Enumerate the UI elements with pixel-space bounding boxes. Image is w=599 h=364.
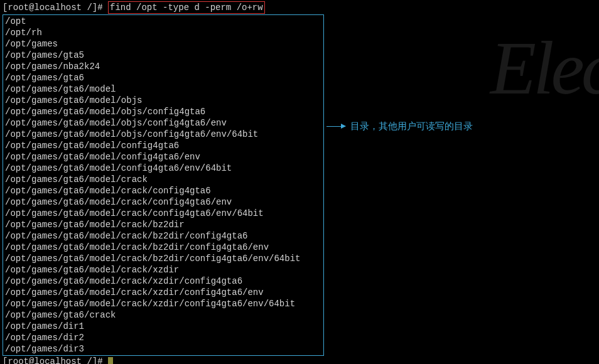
output-line: /opt/games/nba2k24 [5, 61, 321, 72]
terminal-window[interactable]: [root@localhost /]# find /opt -type d -p… [0, 0, 599, 364]
annotation-callout: 目录，其他用户可读写的目录 [326, 120, 473, 132]
shell-prompt: [root@localhost /]# [3, 356, 108, 364]
output-line: /opt/games/gta6/model/config4gta6/env [5, 151, 321, 163]
output-line: /opt/games/gta6/model/crack/bz2dir/confi… [5, 230, 321, 242]
prompt-line-2: [root@localhost /]# [3, 356, 596, 364]
terminal-cursor [108, 357, 113, 364]
output-line: /opt/games/gta6/model [5, 83, 321, 95]
output-line: /opt/games/gta6/crack [5, 309, 321, 321]
output-line: /opt/games/gta6/model/objs/config4gta6/e… [5, 129, 321, 140]
command-highlight-box: find /opt -type d -perm /o+rw [108, 1, 265, 14]
prompt-line-1: [root@localhost /]# find /opt -type d -p… [3, 1, 596, 14]
output-line: /opt/games/gta6/model/crack [5, 174, 321, 185]
output-line: /opt/games/dir1 [5, 321, 321, 332]
output-line: /opt/games/gta6/model/crack/xzdir [5, 264, 321, 276]
output-line: /opt/games/gta6/model/crack/xzdir/config… [5, 276, 321, 287]
output-line: /opt/games/gta6 [5, 72, 321, 83]
arrow-icon [326, 126, 345, 127]
output-line: /opt/rh [5, 27, 321, 38]
output-line: /opt/games/gta6/model/crack/config4gta6/… [5, 196, 321, 208]
shell-prompt: [root@localhost /]# [3, 2, 108, 13]
annotation-text: 目录，其他用户可读写的目录 [350, 120, 473, 132]
output-line: /opt/games/gta6/model/config4gta6/env/64… [5, 163, 321, 174]
command-text: find /opt -type d -perm /o+rw [110, 3, 263, 13]
output-highlight-box: /opt/opt/rh/opt/games/opt/games/gta5/opt… [3, 14, 324, 356]
output-line: /opt/games/gta6/model/crack/bz2dir/confi… [5, 242, 321, 253]
output-line: /opt [5, 16, 321, 27]
output-line: /opt/games/gta6/model/config4gta6 [5, 140, 321, 151]
output-line: /opt/games/gta6/model/objs/config4gta6/e… [5, 117, 321, 129]
output-line: /opt/games/gta6/model/crack/xzdir/config… [5, 287, 321, 298]
output-line: /opt/games/gta6/model/crack/config4gta6/… [5, 208, 321, 219]
output-line: /opt/games/dir2 [5, 332, 321, 343]
output-line: /opt/games/dir3 [5, 343, 321, 355]
output-line: /opt/games/gta6/model/crack/xzdir/config… [5, 298, 321, 309]
output-line: /opt/games/gta6/model/crack/bz2dir [5, 219, 321, 230]
output-line: /opt/games/gta6/model/crack/bz2dir/confi… [5, 253, 321, 264]
output-line: /opt/games/gta5 [5, 50, 321, 61]
output-line: /opt/games [5, 38, 321, 50]
output-line: /opt/games/gta6/model/objs/config4gta6 [5, 106, 321, 117]
output-line: /opt/games/gta6/model/objs [5, 95, 321, 106]
output-line: /opt/games/gta6/model/crack/config4gta6 [5, 185, 321, 196]
